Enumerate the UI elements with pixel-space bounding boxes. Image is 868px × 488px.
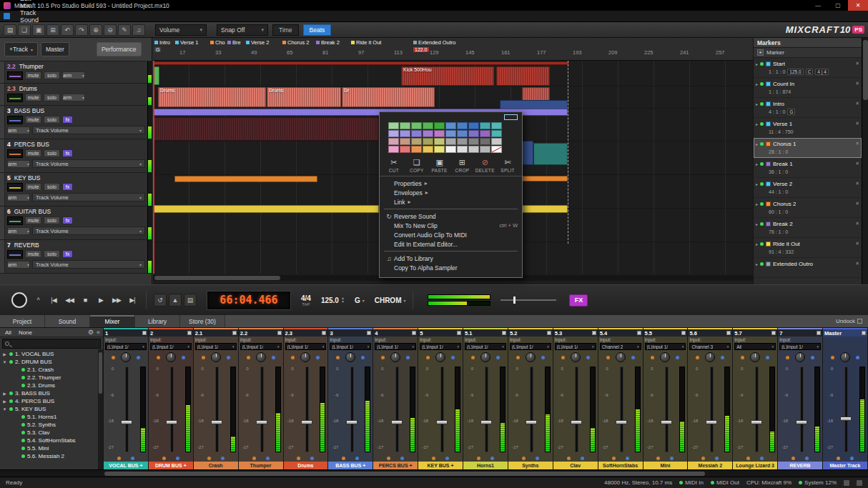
record-arm-indicator[interactable]	[426, 356, 430, 359]
marker-color-swatch[interactable]	[766, 262, 771, 267]
pan-knob[interactable]	[795, 352, 805, 362]
toolbar-icon[interactable]: ✎	[118, 24, 131, 36]
monitor-indicator[interactable]	[137, 356, 140, 359]
input-select[interactable]: (L)Input 1/ ▾	[645, 343, 686, 350]
record-arm-indicator[interactable]	[741, 356, 744, 359]
scrollbar-thumb[interactable]	[104, 472, 705, 476]
strip-label[interactable]: Mini	[643, 462, 688, 469]
mixer-tree-item[interactable]: 5.6. Messiah 2	[0, 452, 103, 460]
transport-button[interactable]: ▶▶	[110, 294, 123, 307]
strip-collapse-icon[interactable]	[457, 331, 461, 335]
strip-label[interactable]: Horns1	[463, 462, 508, 469]
strip-header[interactable]: 5.2	[508, 328, 553, 337]
tree-expand-icon[interactable]: ▶	[2, 399, 7, 404]
filter-none-button[interactable]: None	[16, 329, 34, 336]
solo-indicator[interactable]	[221, 457, 225, 460]
strip-collapse-icon[interactable]	[232, 331, 237, 335]
marker-color-swatch[interactable]	[766, 201, 771, 206]
mixer-tree-item[interactable]: 5.2. Synths	[0, 421, 103, 429]
solo-indicator[interactable]	[670, 457, 674, 460]
scale-select[interactable]: CHROM▾	[375, 297, 406, 304]
tap-tempo-button[interactable]: TAP	[302, 302, 310, 307]
volume-mode-select[interactable]: Volume▾	[155, 24, 207, 36]
mute-indicator[interactable]	[207, 457, 211, 460]
toolbar-icon[interactable]: ♫	[132, 24, 145, 36]
monitor-indicator[interactable]	[361, 356, 365, 359]
input-select[interactable]: All ▾	[734, 343, 776, 350]
volume-fader[interactable]	[160, 365, 184, 455]
strip-collapse-icon[interactable]	[412, 331, 416, 335]
marker-row[interactable]: ▸ Chorus 1 ✕ 28 : 1 : 0	[754, 138, 862, 158]
track-grip[interactable]	[0, 240, 5, 273]
mute-button[interactable]: mute	[25, 71, 41, 79]
input-select[interactable]: (L)Input 1/ ▾	[779, 343, 821, 350]
track-active-led[interactable]	[21, 423, 25, 427]
marker-color-swatch[interactable]	[766, 121, 771, 126]
strip-header[interactable]: 7	[778, 328, 822, 337]
titlebar[interactable]: Mixcraft 10.5 Pro Studio Build 593 - Unt…	[0, 0, 868, 11]
arm-button[interactable]: arm▾	[7, 227, 30, 235]
delete-marker-icon[interactable]: ✕	[855, 161, 859, 166]
delete-marker-icon[interactable]: ✕	[855, 241, 859, 247]
fader-handle[interactable]	[211, 420, 222, 424]
fader-handle[interactable]	[526, 420, 537, 424]
audio-clip[interactable]: Kick 500Hou	[401, 66, 494, 86]
marker-expand-icon[interactable]: ▸	[756, 181, 758, 186]
mute-button[interactable]: mute	[25, 94, 41, 101]
color-swatch[interactable]	[388, 146, 399, 153]
context-menu-item[interactable]: ↻ Reverse Sound	[380, 211, 522, 221]
marker-expand-icon[interactable]: ▸	[756, 262, 758, 267]
tempo-marker[interactable]: 122.0	[413, 47, 429, 52]
solo-indicator[interactable]	[490, 457, 494, 460]
pan-knob[interactable]	[166, 352, 176, 362]
marker-expand-icon[interactable]: ▸	[756, 161, 758, 166]
volume-fader[interactable]	[834, 365, 858, 455]
monitor-indicator[interactable]	[496, 356, 500, 359]
marker-expand-icon[interactable]: ▸	[756, 81, 758, 86]
pan-knob[interactable]	[390, 352, 400, 362]
monitor-indicator[interactable]	[541, 356, 545, 359]
delete-marker-icon[interactable]: ✕	[855, 61, 859, 66]
strip-label[interactable]: PERCS BUS+	[373, 462, 418, 469]
solo-button[interactable]: solo	[44, 216, 60, 224]
color-swatch[interactable]	[468, 146, 479, 153]
transport-button[interactable]: ■	[79, 294, 92, 307]
mute-button[interactable]: mute	[25, 216, 41, 224]
toolbar-icon[interactable]: ▤	[4, 24, 16, 36]
strip-header[interactable]: 2.3	[284, 328, 328, 337]
audio-clip[interactable]	[153, 205, 379, 213]
color-swatch[interactable]	[388, 138, 399, 145]
color-swatch[interactable]	[388, 130, 399, 137]
section-marker[interactable]: Chorus 2	[282, 39, 309, 46]
arm-button[interactable]: arm▾	[62, 71, 85, 79]
marker-row[interactable]: ▸ Break 1 ✕ 36 : 1 : 0	[754, 158, 862, 178]
mixer-tree-item[interactable]: 2.3. Drums	[0, 382, 103, 389]
color-swatch[interactable]	[480, 138, 490, 145]
strip-header[interactable]: 1	[104, 328, 148, 337]
fader-handle[interactable]	[616, 420, 627, 424]
mute-indicator[interactable]	[252, 457, 256, 460]
mute-indicator[interactable]	[162, 457, 166, 460]
expand-bus-icon[interactable]: +	[410, 463, 413, 468]
delete-marker-icon[interactable]: ✕	[855, 81, 859, 86]
input-select[interactable]: (L)Input 1/ ▾	[330, 343, 371, 350]
delete-marker-icon[interactable]: ✕	[855, 221, 859, 226]
record-arm-indicator[interactable]	[561, 356, 565, 359]
monitor-indicator[interactable]	[586, 356, 590, 359]
color-swatch[interactable]	[445, 146, 456, 153]
track-active-led[interactable]	[9, 392, 13, 395]
transport-mode-button[interactable]: ▲	[169, 294, 182, 307]
tree-expand-icon[interactable]: ▼	[2, 360, 7, 364]
marker-row[interactable]: ▸ Start ✕ 1 : 1 : 0 125.0 C 4 | 4	[754, 58, 862, 78]
solo-indicator[interactable]	[355, 457, 359, 460]
input-select[interactable]: (L)Input 1/ ▾	[510, 343, 551, 350]
mixer-tree-item[interactable]: ▼ 2. DRUM BUS	[0, 358, 103, 366]
toolbar-icon[interactable]: ⊕	[89, 24, 102, 36]
delete-marker-icon[interactable]: ✕	[855, 261, 859, 267]
audio-clip[interactable]	[533, 143, 568, 165]
solo-indicator[interactable]	[400, 457, 404, 460]
input-select[interactable]: (L)Input 1/ ▾	[150, 343, 192, 350]
pan-knob[interactable]	[705, 352, 715, 362]
monitor-indicator[interactable]	[766, 356, 769, 359]
track-header[interactable]: 4 PERCS BUS mute solo fx arm▾ arm▾	[0, 139, 152, 173]
